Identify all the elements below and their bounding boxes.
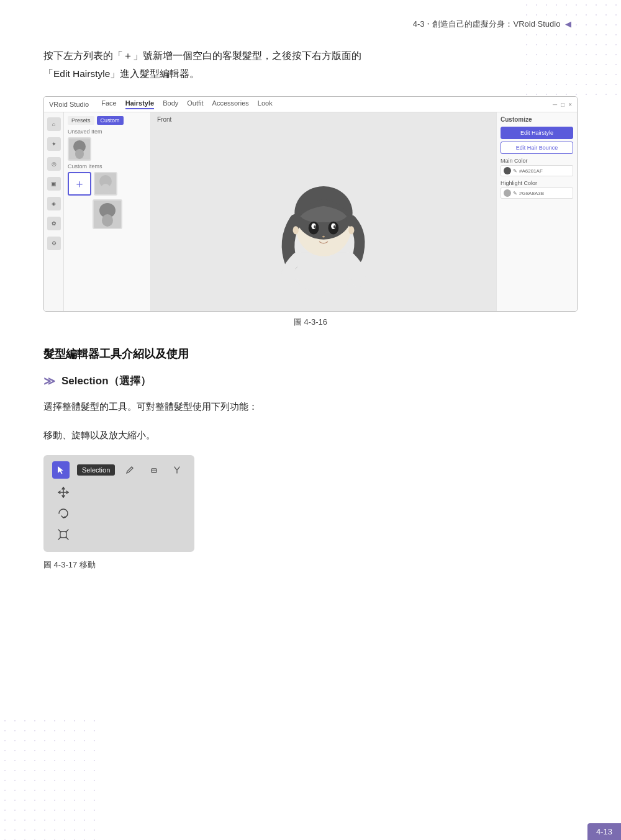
rotate-tool-sub-icon[interactable] — [55, 505, 72, 522]
vroid-sidebar: ⌂ ✦ ◎ ▣ ◈ ✿ ⚙ — [44, 112, 64, 311]
intro-paragraph: 按下左方列表的「＋」號新增一個空白的客製髮型，之後按下右方版面的 「Edit H… — [43, 47, 578, 83]
highlight-color-dot — [504, 189, 511, 197]
vroid-body: ⌂ ✦ ◎ ▣ ◈ ✿ ⚙ Presets Custom Unsaved Ite… — [44, 112, 577, 311]
svg-rect-22 — [60, 531, 66, 538]
desc-text-1: 選擇整體髮型的工具。可對整體髮型使用下列功能： — [43, 398, 578, 415]
page-number: 4-13 — [587, 823, 621, 840]
svg-point-1 — [75, 149, 84, 159]
svg-point-17 — [322, 236, 325, 238]
selection-label: Selection — [77, 464, 115, 476]
sidebar-icon-home[interactable]: ⌂ — [47, 117, 61, 131]
pen-tool-icon[interactable] — [121, 461, 138, 479]
sub-section-title: ≫ Selection（選擇） — [43, 374, 578, 388]
tab-body[interactable]: Body — [163, 99, 178, 109]
fig1-caption: 圖 4-3-16 — [43, 317, 578, 328]
rp-customize-title: Customize — [501, 116, 573, 123]
left-panel-tabs: Presets Custom — [68, 116, 147, 125]
highlight-color-value: #G8A8A3B — [519, 191, 544, 196]
vroid-right-panel: Customize Edit Hairstyle Edit Hair Bounc… — [496, 112, 577, 311]
tool-panel-figure: Selection — [43, 455, 194, 552]
sidebar-icon-hair[interactable]: ✦ — [47, 137, 61, 151]
lp-tab-custom[interactable]: Custom — [97, 116, 124, 125]
selection-tool-icon[interactable] — [52, 461, 70, 479]
vroid-app-mockup: VRoid Studio Face Hairstyle Body Outfit … — [44, 97, 577, 311]
breadcrumb-arrow: ◀ — [565, 19, 571, 29]
page-container: 4-3・創造自己的虛擬分身：VRoid Studio ◀ 按下左方列表的「＋」號… — [0, 0, 621, 608]
double-arrow-icon: ≫ — [43, 374, 55, 388]
lp-tab-presets[interactable]: Presets — [68, 116, 94, 125]
sidebar-icon-eye[interactable]: ◎ — [47, 157, 61, 171]
tab-face[interactable]: Face — [101, 99, 116, 109]
unsaved-hair-thumb[interactable] — [68, 137, 91, 161]
sidebar-icon-settings[interactable]: ⚙ — [47, 237, 61, 250]
eraser-tool-icon[interactable] — [145, 461, 162, 479]
custom-hair-thumb3[interactable] — [93, 199, 122, 229]
sidebar-icon-acc[interactable]: ✿ — [47, 217, 61, 230]
vroid-viewport: Front — [151, 112, 496, 311]
main-color-row: Main Color — [501, 158, 573, 164]
section-heading: 髮型編輯器工具介紹以及使用 — [43, 346, 578, 361]
intro-text-line2: 「Edit Hairstyle」進入髮型編輯器。 — [43, 68, 199, 79]
scissors-tool-icon[interactable] — [168, 461, 186, 479]
highlight-color-box[interactable]: ✎ #G8A8A3B — [501, 187, 573, 199]
svg-point-3 — [101, 184, 110, 194]
character-area — [151, 112, 496, 311]
bg-decoration-bl — [0, 716, 99, 840]
svg-point-16 — [333, 225, 336, 228]
scale-tool-sub-icon[interactable] — [55, 526, 72, 543]
tab-outfit[interactable]: Outfit — [187, 99, 203, 109]
add-hair-button[interactable]: ＋ — [68, 172, 91, 196]
main-color-box[interactable]: ✎ #A6281AF — [501, 165, 573, 176]
win-maximize[interactable]: □ — [561, 101, 564, 108]
breadcrumb-text: 4-3・創造自己的虛擬分身：VRoid Studio — [413, 19, 561, 29]
main-color-dot — [504, 167, 511, 174]
highlight-color-row: Highlight Color — [501, 180, 573, 186]
tab-hairstyle[interactable]: Hairstyle — [125, 99, 154, 109]
custom-hair-row: ＋ — [68, 172, 147, 196]
page-header: 4-3・創造自己的虛擬分身：VRoid Studio ◀ — [43, 19, 578, 30]
sidebar-icon-outfit[interactable]: ◈ — [47, 197, 61, 210]
highlight-color-edit-icon: ✎ — [513, 191, 517, 196]
unsaved-hair-row — [68, 137, 147, 161]
edit-hairstyle-btn[interactable]: Edit Hairstyle — [501, 127, 573, 139]
sidebar-icon-body[interactable]: ▣ — [47, 177, 61, 191]
svg-point-15 — [314, 225, 316, 228]
svg-rect-7 — [297, 253, 350, 282]
move-tool-sub-icon[interactable] — [55, 484, 72, 501]
tab-accessories[interactable]: Accessories — [212, 99, 249, 109]
svg-point-5 — [102, 214, 113, 227]
tool-icons-row: Selection — [52, 461, 186, 479]
tab-look[interactable]: Look — [258, 99, 273, 109]
svg-point-18 — [293, 227, 299, 235]
edit-hair-bounce-btn[interactable]: Edit Hair Bounce — [501, 142, 573, 154]
tool-panel-img: Selection — [43, 455, 194, 552]
app-title: VRoid Studio — [49, 101, 89, 108]
intro-text-line1: 按下左方列表的「＋」號新增一個空白的客製髮型，之後按下右方版面的 — [43, 50, 361, 61]
unsaved-section-title: Unsaved Item — [68, 129, 147, 135]
vroid-left-panel: Presets Custom Unsaved Item Cu — [64, 112, 151, 311]
custom-hair-thumb2[interactable] — [94, 172, 117, 196]
desc-text-2: 移動、旋轉以及放大縮小。 — [43, 427, 578, 444]
main-color-value: #A6281AF — [519, 168, 543, 174]
win-minimize[interactable]: ─ — [553, 101, 557, 108]
svg-point-19 — [348, 227, 354, 235]
sub-section-label: Selection（選擇） — [61, 374, 151, 388]
screenshot-figure1: VRoid Studio Face Hairstyle Body Outfit … — [43, 96, 578, 312]
tool-sub-icons — [52, 484, 186, 543]
viewport-label: Front — [157, 116, 171, 123]
win-close[interactable]: × — [568, 101, 572, 108]
main-color-edit-icon: ✎ — [513, 168, 517, 174]
main-color-label: Main Color — [501, 158, 528, 164]
fig2-caption: 圖 4-3-17 移動 — [43, 559, 578, 571]
nav-tabs: Face Hairstyle Body Outfit Accessories L… — [101, 99, 272, 109]
vroid-titlebar: VRoid Studio Face Hairstyle Body Outfit … — [44, 97, 577, 112]
highlight-color-label: Highlight Color — [501, 180, 537, 186]
window-controls: ─ □ × — [553, 101, 572, 108]
custom-section-title: Custom Items — [68, 163, 147, 169]
